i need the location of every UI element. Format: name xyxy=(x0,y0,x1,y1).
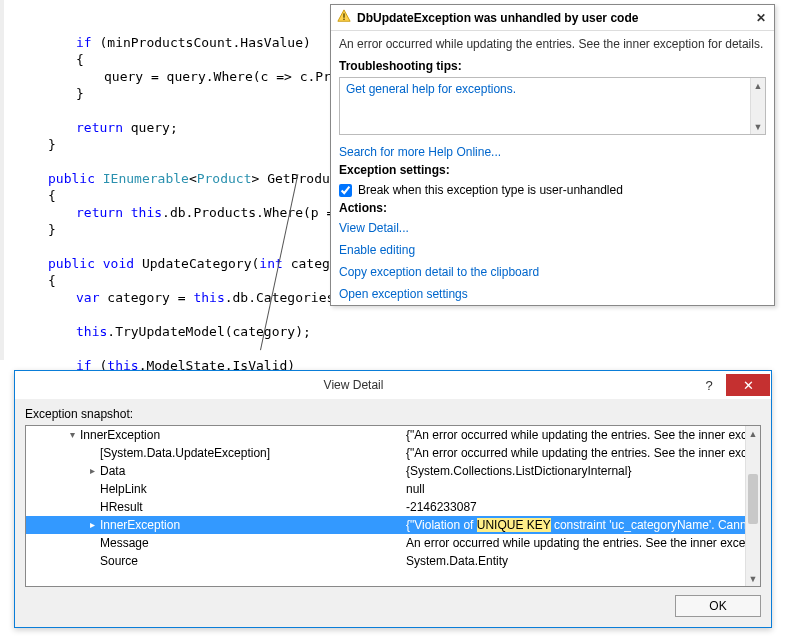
enable-editing-link[interactable]: Enable editing xyxy=(331,239,774,261)
tree-row[interactable]: ▾InnerException{"An error occurred while… xyxy=(26,426,745,444)
tree-value: -2146233087 xyxy=(406,498,745,516)
scroll-up-icon[interactable]: ▲ xyxy=(751,78,765,93)
scroll-down-icon[interactable]: ▼ xyxy=(751,119,765,134)
expander-icon[interactable]: ▾ xyxy=(66,426,78,444)
dialog-title: View Detail xyxy=(15,378,692,392)
tree-row[interactable]: HResult-2146233087 xyxy=(26,498,745,516)
tree-key: InnerException xyxy=(100,516,180,534)
tree-key: HResult xyxy=(100,498,143,516)
tree-key: Data xyxy=(100,462,125,480)
code-line[interactable] xyxy=(8,340,787,357)
tips-link[interactable]: Get general help for exceptions. xyxy=(340,78,522,100)
tree-value: {"Violation of UNIQUE KEY constraint 'uc… xyxy=(406,516,745,534)
scroll-thumb[interactable] xyxy=(748,474,758,524)
troubleshooting-tips-box: Get general help for exceptions. ▲ ▼ xyxy=(339,77,766,135)
scroll-down-icon[interactable]: ▼ xyxy=(746,571,760,586)
troubleshooting-label: Troubleshooting tips: xyxy=(331,59,774,75)
exception-message: An error occurred while updating the ent… xyxy=(331,31,774,59)
exception-title: DbUpdateException was unhandled by user … xyxy=(357,11,748,25)
tree-value: System.Data.Entity xyxy=(406,552,745,570)
code-line[interactable] xyxy=(8,306,787,323)
tree-value: null xyxy=(406,480,745,498)
tree-value: {"An error occurred while updating the e… xyxy=(406,426,745,444)
exception-popup-header: DbUpdateException was unhandled by user … xyxy=(331,5,774,31)
exception-settings-label: Exception settings: xyxy=(331,163,774,179)
ok-button[interactable]: OK xyxy=(675,595,761,617)
svg-rect-1 xyxy=(343,13,344,17)
dialog-body: Exception snapshot: ▾InnerException{"An … xyxy=(15,399,771,627)
view-detail-link[interactable]: View Detail... xyxy=(331,217,774,239)
exception-setting-row: Break when this exception type is user-u… xyxy=(331,179,774,201)
help-icon[interactable]: ? xyxy=(692,374,726,396)
tree-key: InnerException xyxy=(80,426,160,444)
svg-rect-2 xyxy=(343,19,344,20)
tree-key: Source xyxy=(100,552,138,570)
tree-row-selected[interactable]: ▸InnerException{"Violation of UNIQUE KEY… xyxy=(26,516,745,534)
view-detail-dialog: View Detail ? ✕ Exception snapshot: ▾Inn… xyxy=(14,370,772,628)
dialog-titlebar[interactable]: View Detail ? ✕ xyxy=(15,371,771,399)
tree-key: [System.Data.UpdateException] xyxy=(100,444,270,462)
tree-row[interactable]: SourceSystem.Data.Entity xyxy=(26,552,745,570)
dialog-close-button[interactable]: ✕ xyxy=(726,374,770,396)
break-unhandled-checkbox[interactable] xyxy=(339,184,352,197)
tree-value: {System.Collections.ListDictionaryIntern… xyxy=(406,462,745,480)
tree-key: HelpLink xyxy=(100,480,147,498)
tips-scrollbar[interactable]: ▲ ▼ xyxy=(750,78,765,134)
expander-icon[interactable]: ▸ xyxy=(86,462,98,480)
scroll-up-icon[interactable]: ▲ xyxy=(746,426,760,441)
tree-scrollbar[interactable]: ▲ ▼ xyxy=(745,426,760,586)
highlighted-token: UNIQUE KEY xyxy=(477,518,551,532)
search-help-online-link[interactable]: Search for more Help Online... xyxy=(331,141,774,163)
code-line[interactable]: this.TryUpdateModel(category); xyxy=(8,323,787,340)
expander-icon[interactable]: ▸ xyxy=(86,516,98,534)
tree-row[interactable]: HelpLinknull xyxy=(26,480,745,498)
tree-value: {"An error occurred while updating the e… xyxy=(406,444,745,462)
exception-tree[interactable]: ▾InnerException{"An error occurred while… xyxy=(25,425,761,587)
tree-row[interactable]: MessageAn error occurred while updating … xyxy=(26,534,745,552)
exception-popup: DbUpdateException was unhandled by user … xyxy=(330,4,775,306)
snapshot-label: Exception snapshot: xyxy=(25,407,761,421)
code-margin xyxy=(0,0,4,360)
open-exception-settings-link[interactable]: Open exception settings xyxy=(331,283,774,305)
tree-row[interactable]: [System.Data.UpdateException]{"An error … xyxy=(26,444,745,462)
copy-exception-link[interactable]: Copy exception detail to the clipboard xyxy=(331,261,774,283)
warning-icon xyxy=(337,9,351,26)
close-icon[interactable]: ✕ xyxy=(754,11,768,25)
tree-value: An error occurred while updating the ent… xyxy=(406,534,745,552)
actions-block: View Detail... Enable editing Copy excep… xyxy=(331,217,774,305)
tree-row[interactable]: ▸Data{System.Collections.ListDictionaryI… xyxy=(26,462,745,480)
break-unhandled-label: Break when this exception type is user-u… xyxy=(358,183,623,197)
tree-key: Message xyxy=(100,534,149,552)
actions-label: Actions: xyxy=(331,201,774,217)
